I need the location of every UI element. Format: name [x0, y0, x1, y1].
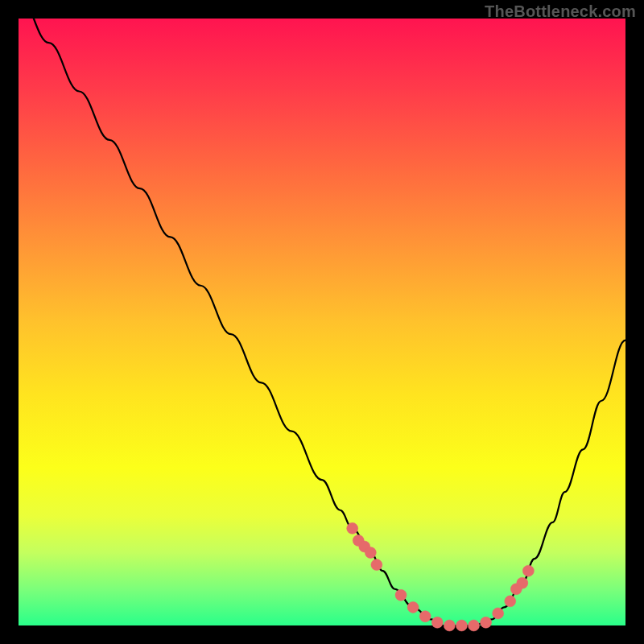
marker-point — [481, 617, 492, 628]
marker-point — [517, 577, 528, 588]
marker-point — [456, 620, 467, 631]
marker-point — [365, 547, 376, 559]
marker-point — [469, 620, 480, 631]
marker-point — [371, 559, 382, 571]
marker-point — [347, 522, 358, 534]
chart-area — [19, 19, 625, 625]
bottleneck-curve — [19, 0, 625, 625]
marker-point — [407, 601, 419, 613]
marker-point — [444, 620, 455, 631]
marker-point — [431, 617, 443, 628]
marker-point — [505, 596, 516, 607]
marker-group — [347, 522, 535, 631]
marker-point — [522, 565, 534, 576]
marker-point — [419, 611, 431, 622]
chart-svg — [19, 19, 625, 625]
marker-point — [493, 608, 504, 619]
watermark-text: TheBottleneck.com — [485, 2, 636, 21]
marker-point — [395, 589, 407, 601]
